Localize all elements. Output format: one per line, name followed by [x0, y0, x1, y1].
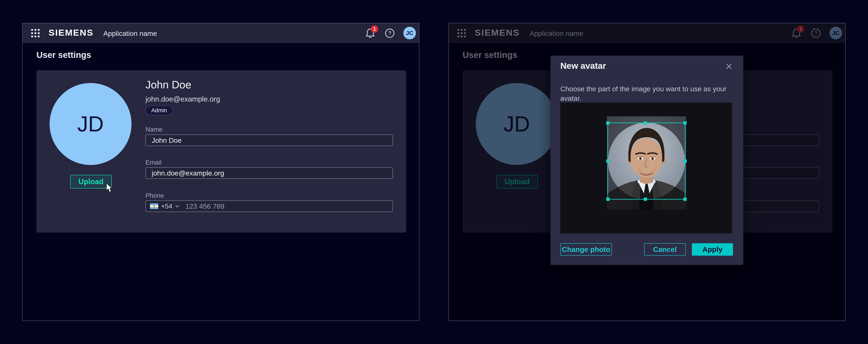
profile-email: john.doe@example.org	[146, 94, 220, 104]
role-badge: Admin	[146, 106, 173, 115]
user-settings-window: SIEMENS Application name 1 ? JC User set…	[22, 23, 420, 321]
crop-handle-sw[interactable]	[606, 198, 610, 201]
modal-description-line1: Choose the part of the image you want to…	[560, 85, 726, 93]
app-switcher-icon[interactable]	[30, 28, 40, 38]
siemens-logo: SIEMENS	[49, 28, 93, 38]
phone-input[interactable]: +54 123 456 789	[146, 200, 393, 212]
crop-handle-ne[interactable]	[683, 121, 687, 125]
phone-number-value: 123 456 789	[185, 202, 224, 210]
crop-handle-w[interactable]	[606, 160, 610, 163]
svg-text:?: ?	[388, 30, 391, 36]
chevron-down-icon[interactable]	[175, 205, 179, 208]
page-title: User settings	[36, 49, 91, 61]
modal-title: New avatar	[560, 60, 606, 72]
email-input[interactable]	[146, 167, 393, 179]
apply-button[interactable]: Apply	[692, 243, 733, 256]
crop-handle-n[interactable]	[644, 121, 647, 125]
app-name: Application name	[103, 29, 157, 37]
modal-description-line2: avatar.	[560, 94, 581, 102]
dial-code[interactable]: +54	[161, 202, 172, 210]
cancel-button[interactable]: Cancel	[644, 243, 686, 256]
crop-selection[interactable]	[608, 122, 685, 200]
email-label: Email	[146, 159, 161, 167]
user-avatar[interactable]: JC	[403, 27, 416, 39]
change-photo-button[interactable]: Change photo	[560, 243, 612, 256]
phone-label: Phone	[146, 192, 164, 200]
app-header: SIEMENS Application name 1 ? JC	[23, 23, 419, 43]
crop-handle-nw[interactable]	[606, 121, 610, 125]
crop-handle-e[interactable]	[683, 160, 687, 163]
notification-badge: 1	[371, 25, 378, 33]
argentina-flag-icon	[150, 203, 158, 209]
crop-canvas[interactable]	[560, 103, 732, 233]
user-settings-window-dimmed: SIEMENS Application name 1 ? JC User set…	[448, 23, 845, 321]
profile-display-name: John Doe	[146, 79, 191, 91]
profile-avatar: JD	[50, 83, 131, 165]
modal-description: Choose the part of the image you want to…	[560, 84, 731, 103]
new-avatar-modal: New avatar Choose the part of the image …	[551, 56, 743, 265]
app-content: SIEMENS Application name 1 ? JC User set…	[23, 23, 419, 320]
help-icon[interactable]: ?	[385, 28, 395, 38]
crop-handle-se[interactable]	[683, 198, 687, 201]
user-settings-card: JD Upload John Doe john.doe@example.org …	[36, 70, 406, 233]
mouse-cursor	[105, 183, 115, 194]
name-label: Name	[146, 125, 162, 134]
close-icon[interactable]	[724, 61, 734, 71]
crop-handle-s[interactable]	[644, 198, 647, 201]
name-input[interactable]	[146, 135, 393, 146]
